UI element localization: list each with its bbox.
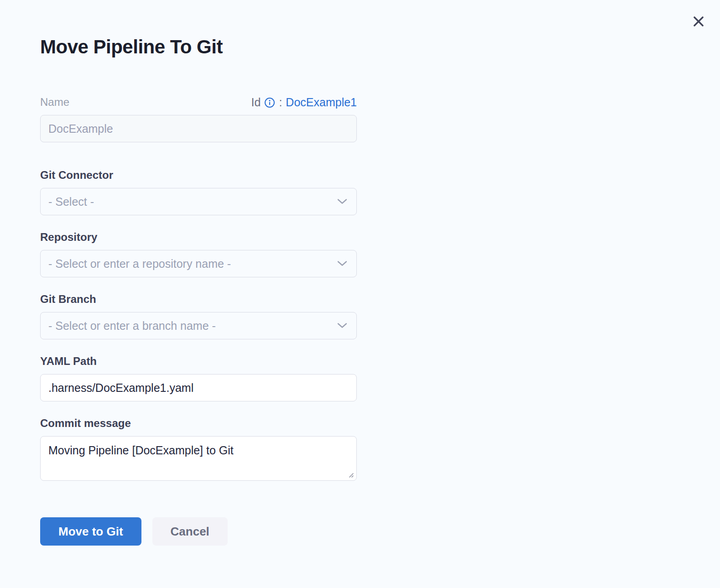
info-icon[interactable] — [264, 97, 275, 108]
repository-label: Repository — [40, 231, 357, 244]
git-connector-group: Git Connector - Select - — [40, 169, 357, 215]
commit-message-wrap: Moving Pipeline [DocExample] to Git — [40, 436, 357, 481]
repository-group: Repository - Select or enter a repositor… — [40, 231, 357, 277]
commit-message-textarea[interactable]: Moving Pipeline [DocExample] to Git — [40, 436, 357, 481]
move-pipeline-dialog: Move Pipeline To Git Name Id : DocExampl… — [40, 0, 357, 546]
git-branch-label: Git Branch — [40, 293, 357, 306]
commit-message-label: Commit message — [40, 417, 357, 430]
name-label: Name — [40, 96, 69, 109]
yaml-path-label: YAML Path — [40, 355, 357, 368]
git-connector-placeholder: - Select - — [48, 195, 94, 208]
repository-placeholder: - Select or enter a repository name - — [48, 257, 231, 271]
move-to-git-button[interactable]: Move to Git — [40, 517, 141, 546]
dialog-actions: Move to Git Cancel — [40, 517, 357, 546]
chevron-down-icon — [337, 261, 347, 267]
git-branch-group: Git Branch - Select or enter a branch na… — [40, 293, 357, 339]
yaml-path-group: YAML Path — [40, 355, 357, 401]
git-connector-label: Git Connector — [40, 169, 357, 182]
commit-message-group: Commit message Moving Pipeline [DocExamp… — [40, 417, 357, 481]
name-input[interactable] — [40, 115, 357, 142]
repository-select[interactable]: - Select or enter a repository name - — [40, 250, 357, 277]
git-branch-select[interactable]: - Select or enter a branch name - — [40, 312, 357, 339]
chevron-down-icon — [337, 323, 347, 329]
pipeline-id-row: Id : DocExample1 — [251, 96, 357, 109]
id-separator: : — [279, 96, 282, 109]
cancel-button[interactable]: Cancel — [152, 517, 228, 546]
git-branch-placeholder: - Select or enter a branch name - — [48, 319, 216, 333]
id-label: Id — [251, 96, 261, 109]
resize-handle-icon[interactable] — [347, 471, 355, 479]
chevron-down-icon — [337, 199, 347, 205]
git-connector-select[interactable]: - Select - — [40, 188, 357, 215]
dialog-title: Move Pipeline To Git — [40, 36, 357, 58]
pipeline-id-link[interactable]: DocExample1 — [286, 96, 357, 109]
name-id-row: Name Id : DocExample1 — [40, 95, 357, 109]
yaml-path-input[interactable] — [40, 374, 357, 401]
close-button[interactable] — [690, 14, 707, 30]
close-icon — [692, 15, 705, 30]
